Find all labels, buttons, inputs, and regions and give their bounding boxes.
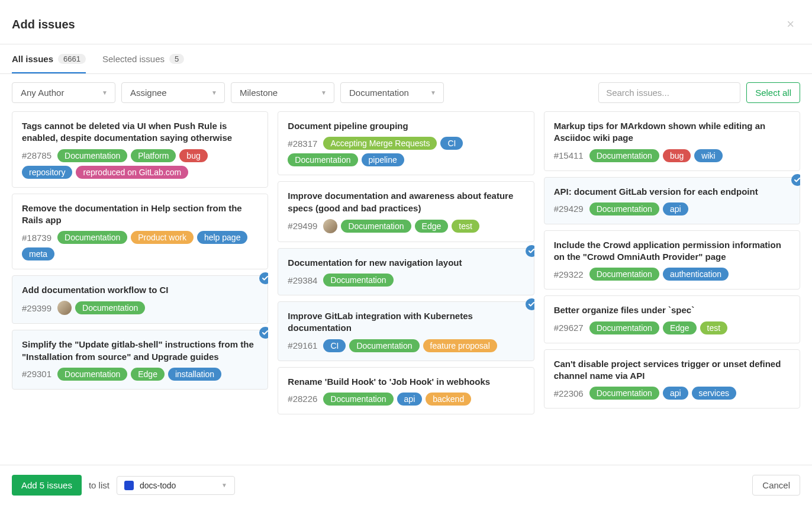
issue-number: #15411 xyxy=(554,150,584,160)
issue-title: Better organize files under `spec` xyxy=(554,304,790,316)
issue-label[interactable]: api xyxy=(663,202,688,215)
issue-label[interactable]: Documentation xyxy=(323,393,393,406)
chevron-down-icon: ▼ xyxy=(321,89,327,96)
issue-meta: #28226Documentationapibackend xyxy=(288,393,524,406)
issue-label[interactable]: Documentation xyxy=(341,220,411,233)
issue-meta: #29384Documentation xyxy=(288,274,524,287)
issue-meta: #28317Accepting Merge RequestsCIDocument… xyxy=(288,137,524,166)
issue-label[interactable]: wiki xyxy=(694,149,722,162)
issue-label[interactable]: reproduced on GitLab.com xyxy=(76,166,188,179)
issue-number: #29399 xyxy=(22,303,51,313)
issue-label[interactable]: Documentation xyxy=(589,387,659,400)
issue-number: #28785 xyxy=(22,150,51,160)
issue-number: #28317 xyxy=(288,139,317,149)
search-input[interactable] xyxy=(598,82,740,103)
issue-card[interactable]: Improve GitLab integration with Kubernet… xyxy=(278,301,534,361)
issue-label[interactable]: backend xyxy=(426,393,471,406)
issue-label[interactable]: Edge xyxy=(131,368,165,381)
issue-card[interactable]: Remove the documentation in Help section… xyxy=(12,194,268,270)
label-dropdown[interactable]: Documentation▼ xyxy=(340,82,444,103)
issue-card[interactable]: Improve documentation and awareness abou… xyxy=(278,181,534,242)
close-icon[interactable]: × xyxy=(781,14,800,34)
issue-meta: #29627DocumentationEdgetest xyxy=(554,321,790,334)
issue-card[interactable]: Document pipeline grouping#28317Acceptin… xyxy=(278,111,534,175)
issue-card[interactable]: Rename 'Build Hook' to 'Job Hook' in web… xyxy=(278,367,534,414)
issue-label[interactable]: Documentation xyxy=(349,339,419,352)
issue-label[interactable]: bug xyxy=(179,149,207,162)
issue-label[interactable]: help page xyxy=(197,231,248,244)
issue-label[interactable]: repository xyxy=(22,166,72,179)
issue-column: Tags cannot be deleted via UI when Push … xyxy=(12,111,268,460)
issue-meta: #29301DocumentationEdgeinstallation xyxy=(22,368,258,381)
tab-selected-issues[interactable]: Selected issues 5 xyxy=(102,44,184,73)
issue-label[interactable]: Documentation xyxy=(288,153,357,166)
tabs: All issues 6661 Selected issues 5 xyxy=(0,44,812,74)
issue-label[interactable]: CI xyxy=(440,137,463,150)
issue-title: Include the Crowd application permission… xyxy=(554,239,790,263)
issue-column: Markup tips for MArkdown shown while edi… xyxy=(544,111,800,460)
issue-meta: #28785DocumentationPlatformbugrepository… xyxy=(22,149,258,179)
issue-card[interactable]: Documentation for new navigation layout#… xyxy=(278,248,534,295)
issue-title: Tags cannot be deleted via UI when Push … xyxy=(22,120,258,144)
issue-label[interactable]: api xyxy=(663,387,688,400)
tab-label: All issues xyxy=(12,54,53,64)
issue-meta: #29429Documentationapi xyxy=(554,202,790,215)
issue-card[interactable]: Simplify the "Update gitlab-shell" instr… xyxy=(12,330,268,390)
issue-number: #29384 xyxy=(288,275,317,285)
tab-label: Selected issues xyxy=(102,54,165,64)
issue-label[interactable]: Product work xyxy=(131,231,194,244)
issue-label[interactable]: feature proposal xyxy=(423,339,497,352)
issue-card[interactable]: Can't disable project services trigger o… xyxy=(544,349,800,409)
milestone-dropdown[interactable]: Milestone▼ xyxy=(231,82,334,103)
issue-label[interactable]: Documentation xyxy=(589,202,659,215)
modal-footer: Add 5 issues to list docs-todo ▼ Cancel xyxy=(0,465,812,505)
issue-title: Remove the documentation in Help section… xyxy=(22,202,258,227)
issue-card[interactable]: Tags cannot be deleted via UI when Push … xyxy=(12,111,268,188)
issue-label[interactable]: meta xyxy=(22,247,54,260)
issue-label[interactable]: test xyxy=(452,220,479,233)
issue-meta: #29322Documentationauthentication xyxy=(554,268,790,281)
issue-label[interactable]: Documentation xyxy=(589,321,659,334)
selected-check-icon xyxy=(259,327,268,339)
issue-label[interactable]: authentication xyxy=(663,268,729,281)
issue-label[interactable]: services xyxy=(692,387,736,400)
issue-label[interactable]: Documentation xyxy=(75,301,145,314)
issue-number: #29161 xyxy=(288,340,317,350)
dropdown-label: Assignee xyxy=(130,88,167,98)
issue-card[interactable]: Better organize files under `spec`#29627… xyxy=(544,295,800,343)
issue-meta: #18739DocumentationProduct workhelp page… xyxy=(22,231,258,260)
selected-check-icon xyxy=(526,298,534,310)
issue-card[interactable]: API: document GitLab version for each en… xyxy=(544,177,800,224)
add-issues-modal: Add issues × All issues 6661 Selected is… xyxy=(0,0,812,505)
issue-label[interactable]: bug xyxy=(663,149,691,162)
issue-card[interactable]: Add documentation workflow to CI#29399Do… xyxy=(12,275,268,324)
author-dropdown[interactable]: Any Author▼ xyxy=(12,82,115,103)
issue-label[interactable]: Documentation xyxy=(589,268,659,281)
cancel-button[interactable]: Cancel xyxy=(752,475,800,496)
issue-label[interactable]: Edge xyxy=(663,321,697,334)
issue-label[interactable]: CI xyxy=(323,339,346,352)
issue-label[interactable]: Documentation xyxy=(57,368,127,381)
issue-label[interactable]: api xyxy=(397,393,423,406)
issue-label[interactable]: Documentation xyxy=(57,231,127,244)
issue-card[interactable]: Markup tips for MArkdown shown while edi… xyxy=(544,111,800,171)
assignee-dropdown[interactable]: Assignee▼ xyxy=(121,82,225,103)
issue-label[interactable]: Accepting Merge Requests xyxy=(323,137,437,150)
issue-label[interactable]: installation xyxy=(168,368,221,381)
issue-title: Markup tips for MArkdown shown while edi… xyxy=(554,120,790,144)
add-issues-button[interactable]: Add 5 issues xyxy=(12,475,82,496)
issue-label[interactable]: Documentation xyxy=(57,149,127,162)
issue-label[interactable]: pipeline xyxy=(362,153,404,166)
select-all-button[interactable]: Select all xyxy=(746,82,800,103)
issue-label[interactable]: Platform xyxy=(131,149,176,162)
issue-number: #29499 xyxy=(288,221,317,231)
issue-label[interactable]: Documentation xyxy=(323,274,393,287)
dropdown-label: Documentation xyxy=(349,88,409,98)
issue-label[interactable]: test xyxy=(700,321,728,334)
issue-number: #29322 xyxy=(554,269,584,279)
tab-all-issues[interactable]: All issues 6661 xyxy=(12,44,86,73)
list-dropdown[interactable]: docs-todo ▼ xyxy=(117,476,235,495)
issue-label[interactable]: Documentation xyxy=(589,149,659,162)
issue-label[interactable]: Edge xyxy=(415,220,449,233)
issue-card[interactable]: Include the Crowd application permission… xyxy=(544,230,800,290)
